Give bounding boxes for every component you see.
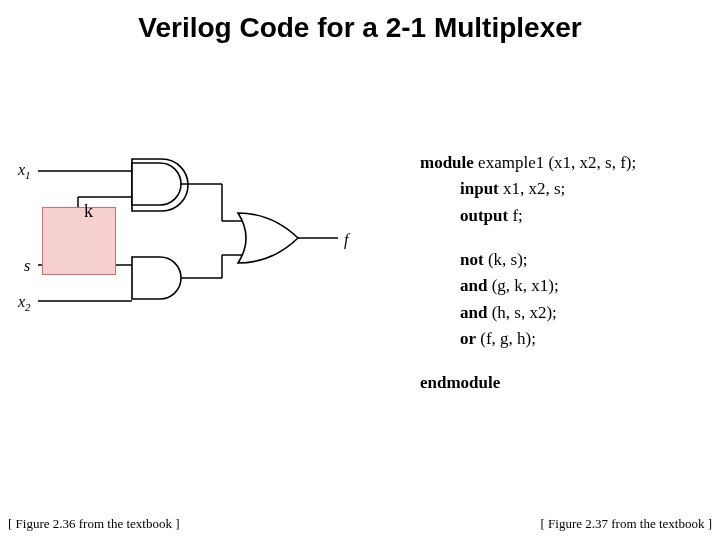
inputs-text: x1, x2, s;	[499, 179, 566, 198]
kw-and2: and	[460, 303, 487, 322]
wire-k-label: k	[84, 201, 93, 222]
kw-input: input	[460, 179, 499, 198]
or-args: (f, g, h);	[476, 329, 536, 348]
code-line-input: input x1, x2, s;	[420, 176, 636, 202]
or-gate-icon	[238, 213, 298, 263]
and1-args: (g, k, x1);	[487, 276, 558, 295]
kw-or: or	[460, 329, 476, 348]
signal-x1-sub: 1	[25, 169, 31, 181]
kw-and1: and	[460, 276, 487, 295]
code-line-or: or (f, g, h);	[420, 326, 636, 352]
caption-right: [ Figure 2.37 from the textbook ]	[541, 516, 713, 532]
signal-s-label: s	[24, 257, 30, 275]
outputs-text: f;	[508, 206, 523, 225]
code-line-and2: and (h, s, x2);	[420, 300, 636, 326]
kw-endmodule: endmodule	[420, 373, 500, 392]
kw-output: output	[460, 206, 508, 225]
blank-line-1	[420, 229, 636, 247]
kw-not: not	[460, 250, 484, 269]
module-decl: example1 (x1, x2, s, f);	[474, 153, 636, 172]
circuit-diagram: k x1 s x2 f	[12, 165, 362, 345]
page-title: Verilog Code for a 2-1 Multiplexer	[0, 12, 720, 44]
code-line-output: output f;	[420, 203, 636, 229]
and2-args: (h, s, x2);	[487, 303, 556, 322]
code-line-endmodule: endmodule	[420, 370, 636, 396]
verilog-code: module example1 (x1, x2, s, f); input x1…	[420, 150, 636, 397]
code-line-and1: and (g, k, x1);	[420, 273, 636, 299]
kw-module: module	[420, 153, 474, 172]
code-line-not: not (k, s);	[420, 247, 636, 273]
signal-f-label: f	[344, 231, 348, 249]
code-line-module: module example1 (x1, x2, s, f);	[420, 150, 636, 176]
signal-x2-sub: 2	[25, 301, 31, 313]
caption-left: [ Figure 2.36 from the textbook ]	[8, 516, 180, 532]
signal-x2-label: x2	[18, 293, 31, 313]
signal-x1-label: x1	[18, 161, 31, 181]
blank-line-2	[420, 352, 636, 370]
not-gate-highlight	[42, 207, 116, 275]
not-args: (k, s);	[484, 250, 528, 269]
